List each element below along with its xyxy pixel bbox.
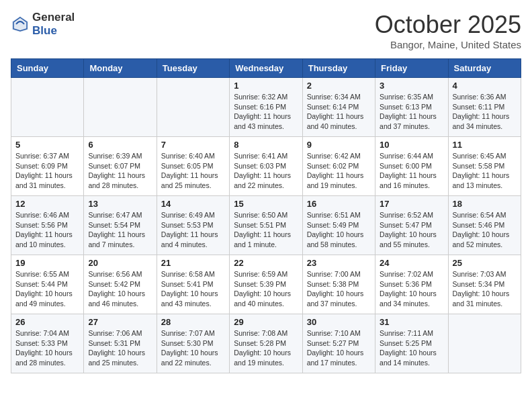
location: Bangor, Maine, United States [375,39,521,50]
day-cell-24: 24Sunrise: 7:02 AMSunset: 5:36 PMDayligh… [375,255,448,314]
day-number: 20 [88,258,152,268]
day-number: 10 [380,140,443,150]
day-info: Sunrise: 7:08 AMSunset: 5:28 PMDaylight:… [234,328,298,368]
day-info: Sunrise: 6:59 AMSunset: 5:39 PMDaylight:… [234,269,298,309]
day-number: 25 [453,258,517,268]
day-number: 3 [380,81,443,91]
day-info: Sunrise: 6:44 AMSunset: 6:00 PMDaylight:… [380,151,443,191]
day-cell-29: 29Sunrise: 7:08 AMSunset: 5:28 PMDayligh… [230,314,302,373]
day-cell-20: 20Sunrise: 6:56 AMSunset: 5:42 PMDayligh… [84,255,157,314]
day-info: Sunrise: 6:55 AMSunset: 5:44 PMDaylight:… [15,269,79,309]
day-cell-16: 16Sunrise: 6:51 AMSunset: 5:49 PMDayligh… [302,196,375,255]
day-cell-15: 15Sunrise: 6:50 AMSunset: 5:51 PMDayligh… [230,196,302,255]
day-number: 17 [380,199,443,209]
day-info: Sunrise: 6:50 AMSunset: 5:51 PMDaylight:… [234,210,298,250]
weekday-header-tuesday: Tuesday [157,59,229,78]
day-number: 9 [307,140,371,150]
day-info: Sunrise: 6:58 AMSunset: 5:41 PMDaylight:… [161,269,225,309]
page-header: General Blue October 2025 Bangor, Maine,… [11,11,521,50]
day-info: Sunrise: 6:42 AMSunset: 6:02 PMDaylight:… [307,151,371,191]
day-info: Sunrise: 6:36 AMSunset: 6:11 PMDaylight:… [453,92,517,132]
day-number: 2 [307,81,371,91]
empty-cell [448,314,521,373]
day-info: Sunrise: 7:00 AMSunset: 5:38 PMDaylight:… [307,269,371,309]
logo-general: General [32,11,75,24]
day-info: Sunrise: 6:45 AMSunset: 5:58 PMDaylight:… [453,151,517,191]
day-number: 15 [234,199,298,209]
logo-text: General Blue [32,11,75,38]
day-number: 27 [88,317,152,327]
day-cell-31: 31Sunrise: 7:11 AMSunset: 5:25 PMDayligh… [375,314,448,373]
day-info: Sunrise: 7:02 AMSunset: 5:36 PMDaylight:… [380,269,443,309]
empty-cell [84,78,157,137]
day-cell-11: 11Sunrise: 6:45 AMSunset: 5:58 PMDayligh… [448,137,521,196]
day-cell-6: 6Sunrise: 6:39 AMSunset: 6:07 PMDaylight… [84,137,157,196]
week-row-1: 1Sunrise: 6:32 AMSunset: 6:16 PMDaylight… [11,78,521,137]
day-info: Sunrise: 6:37 AMSunset: 6:09 PMDaylight:… [15,151,79,191]
day-cell-27: 27Sunrise: 7:06 AMSunset: 5:31 PMDayligh… [84,314,157,373]
day-cell-22: 22Sunrise: 6:59 AMSunset: 5:39 PMDayligh… [230,255,302,314]
weekday-header-row: SundayMondayTuesdayWednesdayThursdayFrid… [11,59,521,78]
day-cell-1: 1Sunrise: 6:32 AMSunset: 6:16 PMDaylight… [230,78,302,137]
day-cell-18: 18Sunrise: 6:54 AMSunset: 5:46 PMDayligh… [448,196,521,255]
day-info: Sunrise: 7:11 AMSunset: 5:25 PMDaylight:… [380,328,443,368]
day-info: Sunrise: 7:04 AMSunset: 5:33 PMDaylight:… [15,328,79,368]
day-info: Sunrise: 6:46 AMSunset: 5:56 PMDaylight:… [15,210,79,250]
empty-cell [11,78,84,137]
weekday-header-friday: Friday [375,59,448,78]
day-info: Sunrise: 6:49 AMSunset: 5:53 PMDaylight:… [161,210,225,250]
day-info: Sunrise: 6:39 AMSunset: 6:07 PMDaylight:… [88,151,152,191]
week-row-3: 12Sunrise: 6:46 AMSunset: 5:56 PMDayligh… [11,196,521,255]
day-cell-3: 3Sunrise: 6:35 AMSunset: 6:13 PMDaylight… [375,78,448,137]
weekday-header-saturday: Saturday [448,59,521,78]
day-number: 7 [161,140,225,150]
day-number: 31 [380,317,443,327]
week-row-5: 26Sunrise: 7:04 AMSunset: 5:33 PMDayligh… [11,314,521,373]
weekday-header-thursday: Thursday [302,59,375,78]
day-number: 1 [234,81,298,91]
day-number: 4 [453,81,517,91]
day-info: Sunrise: 6:40 AMSunset: 6:05 PMDaylight:… [161,151,225,191]
day-cell-26: 26Sunrise: 7:04 AMSunset: 5:33 PMDayligh… [11,314,84,373]
day-cell-5: 5Sunrise: 6:37 AMSunset: 6:09 PMDaylight… [11,137,84,196]
day-info: Sunrise: 6:51 AMSunset: 5:49 PMDaylight:… [307,210,371,250]
day-number: 22 [234,258,298,268]
day-info: Sunrise: 6:52 AMSunset: 5:47 PMDaylight:… [380,210,443,250]
day-cell-21: 21Sunrise: 6:58 AMSunset: 5:41 PMDayligh… [157,255,229,314]
day-info: Sunrise: 7:07 AMSunset: 5:30 PMDaylight:… [161,328,225,368]
day-info: Sunrise: 6:54 AMSunset: 5:46 PMDaylight:… [453,210,517,250]
day-info: Sunrise: 6:32 AMSunset: 6:16 PMDaylight:… [234,92,298,132]
day-info: Sunrise: 7:03 AMSunset: 5:34 PMDaylight:… [453,269,517,309]
weekday-header-monday: Monday [84,59,157,78]
svg-marker-0 [12,16,28,32]
day-cell-25: 25Sunrise: 7:03 AMSunset: 5:34 PMDayligh… [448,255,521,314]
day-info: Sunrise: 6:35 AMSunset: 6:13 PMDaylight:… [380,92,443,132]
day-cell-13: 13Sunrise: 6:47 AMSunset: 5:54 PMDayligh… [84,196,157,255]
weekday-header-wednesday: Wednesday [230,59,302,78]
day-number: 5 [15,140,79,150]
day-cell-12: 12Sunrise: 6:46 AMSunset: 5:56 PMDayligh… [11,196,84,255]
empty-cell [157,78,229,137]
day-number: 13 [88,199,152,209]
day-cell-2: 2Sunrise: 6:34 AMSunset: 6:14 PMDaylight… [302,78,375,137]
day-cell-14: 14Sunrise: 6:49 AMSunset: 5:53 PMDayligh… [157,196,229,255]
day-number: 26 [15,317,79,327]
day-number: 18 [453,199,517,209]
day-cell-10: 10Sunrise: 6:44 AMSunset: 6:00 PMDayligh… [375,137,448,196]
day-cell-17: 17Sunrise: 6:52 AMSunset: 5:47 PMDayligh… [375,196,448,255]
day-info: Sunrise: 6:41 AMSunset: 6:03 PMDaylight:… [234,151,298,191]
day-info: Sunrise: 6:34 AMSunset: 6:14 PMDaylight:… [307,92,371,132]
day-info: Sunrise: 7:06 AMSunset: 5:31 PMDaylight:… [88,328,152,368]
day-cell-8: 8Sunrise: 6:41 AMSunset: 6:03 PMDaylight… [230,137,302,196]
day-cell-4: 4Sunrise: 6:36 AMSunset: 6:11 PMDaylight… [448,78,521,137]
day-cell-28: 28Sunrise: 7:07 AMSunset: 5:30 PMDayligh… [157,314,229,373]
day-number: 29 [234,317,298,327]
day-number: 28 [161,317,225,327]
day-cell-19: 19Sunrise: 6:55 AMSunset: 5:44 PMDayligh… [11,255,84,314]
day-number: 23 [307,258,371,268]
day-number: 16 [307,199,371,209]
day-number: 30 [307,317,371,327]
day-number: 11 [453,140,517,150]
day-info: Sunrise: 6:47 AMSunset: 5:54 PMDaylight:… [88,210,152,250]
week-row-4: 19Sunrise: 6:55 AMSunset: 5:44 PMDayligh… [11,255,521,314]
